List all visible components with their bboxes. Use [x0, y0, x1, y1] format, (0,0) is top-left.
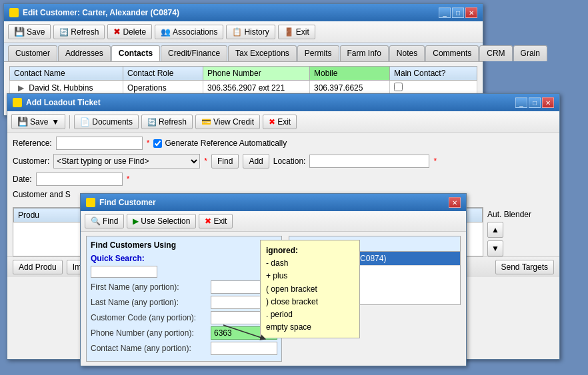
col-contact-role: Contact Role: [123, 67, 203, 81]
col-main-contact: Main Contact?: [390, 67, 477, 81]
blender-down-btn[interactable]: ▼: [487, 240, 503, 256]
tab-tax-exceptions[interactable]: Tax Exceptions: [228, 45, 297, 61]
find-close-btn[interactable]: ✕: [449, 197, 461, 208]
find-exit-icon: [205, 216, 211, 226]
arrow-indicator: [220, 322, 273, 342]
tab-comments[interactable]: Comments: [425, 45, 479, 61]
customer-select[interactable]: <Start typing or use Find>: [53, 154, 200, 169]
tab-notes[interactable]: Notes: [389, 45, 425, 61]
save-button[interactable]: Save: [8, 24, 51, 39]
contact-name-label: Contact Name (any portion):: [91, 344, 211, 353]
location-required: *: [433, 157, 437, 166]
loadout-exit-btn[interactable]: Exit: [263, 115, 297, 129]
find-exit-btn[interactable]: Exit: [199, 214, 233, 228]
date-input[interactable]: [36, 173, 123, 186]
close-button[interactable]: ✕: [465, 7, 477, 18]
reference-label: Reference:: [13, 139, 52, 148]
associations-button[interactable]: Associations: [155, 25, 223, 39]
find-customer-title-bar: Find Customer ✕: [81, 194, 466, 211]
documents-btn[interactable]: Documents: [74, 115, 139, 129]
delete-button[interactable]: Delete: [107, 24, 152, 39]
tab-permits[interactable]: Permits: [297, 45, 339, 61]
tab-addresses[interactable]: Addresses: [58, 45, 111, 61]
col-phone-number: Phone Number: [203, 67, 310, 81]
col-mobile: Mobile: [310, 67, 390, 81]
find-app-icon: [86, 198, 95, 207]
add-product-btn[interactable]: Add Produ: [13, 260, 63, 274]
app-icon: [9, 8, 19, 17]
use-selection-icon: [133, 216, 139, 226]
first-name-row: First Name (any portion):: [91, 280, 277, 294]
loadout-exit-icon: [269, 117, 275, 127]
tab-crm[interactable]: CRM: [479, 45, 512, 61]
tab-contacts[interactable]: Contacts: [111, 45, 160, 61]
loadout-title: Add Loadout Ticket: [26, 98, 101, 107]
history-button[interactable]: History: [226, 25, 275, 39]
refresh-button[interactable]: Refresh: [53, 25, 105, 39]
loadout-app-icon: [13, 98, 22, 107]
edit-customer-title-bar: Edit Customer: Carter, Alexander (C0874)…: [4, 4, 483, 21]
use-selection-btn[interactable]: Use Selection: [127, 214, 196, 228]
view-credit-icon: [201, 117, 211, 127]
customer-find-btn[interactable]: Find: [211, 154, 239, 169]
find-btn[interactable]: Find: [85, 214, 124, 228]
loadout-refresh-icon: [147, 117, 157, 127]
save-icon: [14, 27, 25, 37]
reference-input[interactable]: [56, 137, 143, 150]
contact-name-input[interactable]: [211, 342, 277, 355]
tab-grain[interactable]: Grain: [513, 45, 547, 61]
documents-icon: [80, 117, 90, 127]
last-name-label: Last Name (any portion):: [91, 298, 211, 307]
maximize-button[interactable]: □: [452, 7, 464, 18]
tooltip-line-3: ( open bracket: [266, 284, 317, 294]
date-required: *: [127, 175, 130, 184]
find-customer-toolbar: Find Use Selection Exit: [81, 211, 466, 232]
minimize-button[interactable]: _: [439, 7, 451, 18]
loadout-minimize-btn[interactable]: _: [515, 97, 527, 108]
tab-credit-finance[interactable]: Credit/Finance: [161, 45, 227, 61]
main-contact-checkbox-1[interactable]: [394, 83, 403, 91]
tooltip-header: ignored:: [266, 246, 298, 255]
edit-customer-toolbar: Save Refresh Delete Associations History…: [4, 21, 483, 43]
phone-number-label: Phone Number (any portion):: [91, 328, 211, 338]
loadout-maximize-btn[interactable]: □: [529, 97, 541, 108]
tooltip-line-1: - dash: [266, 258, 288, 268]
customer-required: *: [204, 157, 207, 166]
tooltip-box: ignored: - dash + plus ( open bracket ) …: [260, 240, 360, 338]
last-name-row: Last Name (any portion):: [91, 296, 277, 309]
find-section-title: Find Customers Using: [91, 240, 277, 250]
find-icon: [91, 216, 101, 226]
customer-code-label: Customer Code (any portion):: [91, 313, 211, 322]
find-form-section: Find Customers Using Quick Search: First…: [86, 236, 282, 362]
customer-add-btn[interactable]: Add: [243, 154, 269, 169]
tooltip-line-2: + plus: [266, 271, 287, 280]
location-label: Location:: [273, 157, 306, 166]
loadout-save-btn[interactable]: Save ▼: [11, 114, 65, 129]
edit-customer-tab-bar: Customer Addresses Contacts Credit/Finan…: [4, 43, 483, 62]
history-icon: [232, 27, 242, 37]
tooltip-line-5: . period: [266, 310, 293, 319]
loadout-save-icon: [17, 117, 28, 127]
tooltip-line-4: ) close bracket: [266, 297, 318, 306]
tab-farm-info[interactable]: Farm Info: [340, 45, 389, 61]
quick-search-input-display: [91, 266, 157, 278]
loadout-close-btn[interactable]: ✕: [542, 97, 554, 108]
tab-customer[interactable]: Customer: [8, 45, 57, 61]
date-label: Date:: [13, 175, 32, 184]
refresh-icon: [59, 27, 69, 37]
generate-auto-checkbox[interactable]: [153, 139, 162, 148]
col-contact-name: Contact Name: [10, 67, 123, 81]
edit-customer-title: Edit Customer: Carter, Alexander (C0874): [23, 8, 179, 17]
contact-name-row: Contact Name (any portion):: [91, 342, 277, 355]
blender-up-btn[interactable]: ▲: [487, 222, 503, 238]
find-customer-title: Find Customer: [99, 198, 156, 207]
svg-line-1: [223, 325, 263, 338]
exit-button[interactable]: Exit: [278, 25, 315, 39]
generate-auto-label: Generate Reference Automatically: [153, 139, 287, 148]
view-credit-btn[interactable]: View Credit: [195, 115, 260, 129]
loadout-refresh-btn[interactable]: Refresh: [141, 115, 193, 129]
location-input[interactable]: [309, 155, 429, 168]
aut-blender-label: Aut. Blender: [487, 210, 554, 219]
associations-icon: [161, 27, 171, 37]
send-targets-btn[interactable]: Send Targets: [495, 260, 555, 274]
